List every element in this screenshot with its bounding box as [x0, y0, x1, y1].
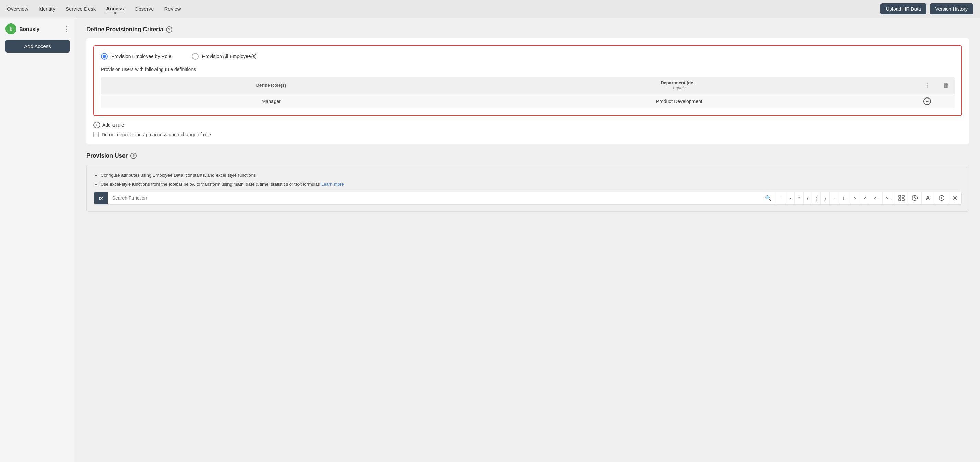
- svg-rect-2: [899, 199, 901, 201]
- op-less-equals[interactable]: <=: [870, 192, 882, 204]
- app-name: Bonusly: [19, 26, 40, 32]
- svg-rect-1: [902, 195, 904, 198]
- add-rule-label: Add a rule: [102, 122, 124, 128]
- provision-user-body: Configure attributes using Employee Data…: [86, 165, 969, 212]
- formula-ops: + - * / ( ) = != > < <= >=: [776, 192, 961, 204]
- op-open-paren[interactable]: (: [812, 192, 821, 204]
- deprovision-checkbox[interactable]: [93, 132, 99, 137]
- op-plus[interactable]: +: [776, 192, 786, 204]
- rule-definition-text: Provision users with following rule defi…: [101, 67, 955, 72]
- text-format-icon[interactable]: A: [921, 192, 935, 204]
- info-icon[interactable]: i: [935, 192, 948, 204]
- sidebar-header: b Bonusly ⋮: [5, 23, 70, 34]
- col-define-roles-header: Define Role(s): [101, 77, 442, 94]
- svg-text:A: A: [926, 195, 929, 201]
- learn-more-link[interactable]: Learn more: [321, 182, 344, 187]
- criteria-section-title: Define Provisioning Criteria ?: [86, 26, 969, 33]
- provision-bullets: Configure attributes using Employee Data…: [94, 172, 962, 187]
- criteria-card: Provision Employee by Role Provision All…: [86, 38, 969, 144]
- col-actions-header: ⋮: [917, 77, 937, 94]
- rules-table-wrapper: Define Role(s) Department (de… Equals ⋮: [101, 77, 955, 108]
- provision-bullet-2-text: Use excel-style functions from the toolb…: [100, 182, 320, 187]
- op-greater-equals[interactable]: >=: [882, 192, 894, 204]
- app-icon: b: [5, 23, 16, 34]
- column-options-icon[interactable]: ⋮: [924, 82, 930, 88]
- grid-icon[interactable]: [894, 192, 908, 204]
- op-divide[interactable]: /: [803, 192, 812, 204]
- nav-review[interactable]: Review: [164, 5, 181, 13]
- op-less[interactable]: <: [860, 192, 870, 204]
- radio-options: Provision Employee by Role Provision All…: [101, 53, 955, 60]
- svg-text:i: i: [941, 196, 942, 200]
- op-multiply[interactable]: *: [794, 192, 803, 204]
- radio-provision-by-role[interactable]: Provision Employee by Role: [101, 53, 171, 60]
- nav-service-desk[interactable]: Service Desk: [65, 5, 96, 13]
- department-cell: Product Development: [442, 94, 917, 109]
- add-access-button[interactable]: Add Access: [5, 40, 70, 53]
- provision-user-section: Provision User ? Configure attributes us…: [86, 152, 969, 212]
- radio-provision-all[interactable]: Provision All Employee(s): [192, 53, 257, 60]
- provision-user-title-text: Provision User: [86, 152, 128, 159]
- app-menu-icon[interactable]: ⋮: [64, 25, 70, 33]
- main-layout: b Bonusly ⋮ Add Access Define Provisioni…: [0, 18, 980, 462]
- svg-rect-3: [902, 199, 904, 201]
- formula-toolbar: fx 🔍 + - * / ( ) = != > < <=: [94, 191, 962, 205]
- role-cell: Manager: [101, 94, 442, 109]
- add-rule-link[interactable]: + Add a rule: [93, 121, 962, 128]
- op-greater[interactable]: >: [850, 192, 860, 204]
- version-history-button[interactable]: Version History: [930, 3, 973, 14]
- table-row: Manager Product Development +: [101, 94, 955, 109]
- provision-bullet-2: Use excel-style functions from the toolb…: [100, 181, 962, 188]
- delete-column-icon[interactable]: 🗑: [943, 82, 949, 88]
- main-content: Define Provisioning Criteria ? Provision…: [75, 18, 980, 462]
- fx-label: fx: [94, 192, 108, 204]
- svg-point-8: [954, 198, 956, 199]
- deprovision-label: Do not deprovision app access upon chang…: [102, 132, 211, 137]
- nav-access[interactable]: Access: [106, 4, 124, 13]
- radio-all-label: Provision All Employee(s): [202, 54, 257, 59]
- svg-rect-0: [899, 195, 901, 198]
- provision-user-title: Provision User ?: [86, 152, 969, 159]
- sidebar: b Bonusly ⋮ Add Access: [0, 18, 75, 462]
- op-not-equals[interactable]: !=: [839, 192, 850, 204]
- top-nav: Overview Identity Service Desk Access Ob…: [0, 0, 980, 18]
- radio-by-role-label: Provision Employee by Role: [111, 54, 171, 59]
- clock-icon[interactable]: [908, 192, 921, 204]
- search-icon[interactable]: 🔍: [761, 195, 776, 201]
- app-info: b Bonusly: [5, 23, 40, 34]
- nav-actions: Upload HR Data Version History: [880, 3, 973, 14]
- advanced-settings-icon[interactable]: [948, 192, 961, 204]
- row-delete-cell: [937, 94, 955, 109]
- nav-links: Overview Identity Service Desk Access Ob…: [7, 4, 181, 13]
- op-minus[interactable]: -: [786, 192, 794, 204]
- search-function-input[interactable]: [108, 192, 761, 204]
- nav-overview[interactable]: Overview: [7, 5, 29, 13]
- add-value-icon[interactable]: +: [923, 97, 931, 105]
- deprovision-checkbox-row[interactable]: Do not deprovision app access upon chang…: [93, 132, 962, 137]
- upload-hr-data-button[interactable]: Upload HR Data: [880, 3, 926, 14]
- col-department-header: Department (de… Equals: [442, 77, 917, 94]
- rules-table: Define Role(s) Department (de… Equals ⋮: [101, 77, 955, 108]
- col-delete-header: 🗑: [937, 77, 955, 94]
- provision-user-help-icon[interactable]: ?: [130, 153, 137, 159]
- criteria-title-text: Define Provisioning Criteria: [86, 26, 163, 33]
- radio-by-role-circle[interactable]: [101, 53, 108, 60]
- add-value-cell: +: [917, 94, 937, 109]
- criteria-red-box: Provision Employee by Role Provision All…: [93, 45, 962, 116]
- provision-bullet-1: Configure attributes using Employee Data…: [100, 172, 962, 179]
- criteria-help-icon[interactable]: ?: [166, 26, 172, 33]
- op-equals[interactable]: =: [829, 192, 839, 204]
- nav-observe[interactable]: Observe: [135, 5, 154, 13]
- op-close-paren[interactable]: ): [821, 192, 829, 204]
- nav-identity[interactable]: Identity: [39, 5, 55, 13]
- radio-all-circle[interactable]: [192, 53, 199, 60]
- add-rule-icon: +: [93, 121, 100, 128]
